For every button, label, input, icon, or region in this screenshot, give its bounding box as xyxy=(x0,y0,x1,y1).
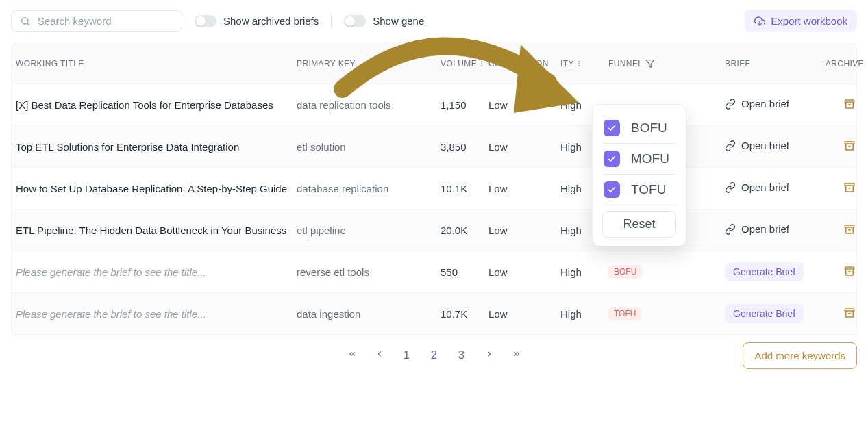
archive-button[interactable] xyxy=(843,101,856,112)
toggle-generated-label: Show gene xyxy=(373,15,424,27)
cell-competition: Low xyxy=(484,218,556,243)
add-keywords-button[interactable]: Add more keywords xyxy=(743,342,857,369)
cell-priority: High xyxy=(556,301,604,327)
cell-working-title: How to Set Up Database Replication: A St… xyxy=(12,176,293,201)
cell-funnel: BOFU xyxy=(604,258,721,285)
cell-volume: 10.1K xyxy=(436,176,484,201)
archive-button[interactable] xyxy=(843,226,856,238)
col-archive: ARCHIVE xyxy=(830,59,868,68)
table-row: How to Set Up Database Replication: A St… xyxy=(12,168,856,209)
col-volume-label: VOLUME xyxy=(441,59,477,68)
table-header: WORKING TITLE PRIMARY KEY VOLUME COMPETI… xyxy=(12,44,856,84)
chevrons-right-icon xyxy=(512,349,521,359)
cell-competition: Low xyxy=(484,176,556,201)
checkbox-tofu[interactable] xyxy=(604,181,620,198)
checkbox-bofu[interactable] xyxy=(604,120,620,136)
cell-primary-keyword: etl pipeline xyxy=(293,218,436,243)
export-workbook-button[interactable]: Export workbook xyxy=(745,10,857,32)
pagination-first[interactable] xyxy=(345,349,359,361)
archive-button[interactable] xyxy=(843,184,856,196)
toggle-generated-switch[interactable] xyxy=(344,15,366,27)
open-brief-label: Open brief xyxy=(741,140,789,151)
cell-working-title: ETL Pipeline: The Hidden Data Bottleneck… xyxy=(12,218,293,243)
table-row: [X] Best Data Replication Tools for Ente… xyxy=(12,84,856,126)
sort-icon xyxy=(481,61,482,66)
cell-brief: Generate Brief xyxy=(721,297,830,330)
open-brief-link[interactable]: Open brief xyxy=(725,140,789,151)
pagination-page-1[interactable]: 1 xyxy=(400,349,414,361)
funnel-option-tofu[interactable]: TOFU xyxy=(602,175,676,205)
col-volume[interactable]: VOLUME xyxy=(436,59,484,68)
svg-line-1 xyxy=(27,23,29,25)
chevron-right-icon xyxy=(484,349,494,359)
open-brief-link[interactable]: Open brief xyxy=(725,223,789,235)
link-icon xyxy=(725,182,736,193)
archive-button[interactable] xyxy=(843,142,856,154)
export-workbook-label: Export workbook xyxy=(771,15,847,27)
archive-icon xyxy=(843,140,856,152)
col-priority[interactable]: ITY xyxy=(556,59,604,68)
col-working-title[interactable]: WORKING TITLE xyxy=(12,59,293,68)
toggle-archived: Show archived briefs xyxy=(195,15,319,27)
cell-primary-keyword: reverse etl tools xyxy=(293,259,436,285)
cell-archive xyxy=(830,258,868,286)
funnel-option-label: MOFU xyxy=(631,151,669,166)
cell-brief: Open brief xyxy=(721,216,830,244)
archive-button[interactable] xyxy=(843,268,856,279)
pagination-next[interactable] xyxy=(482,349,496,361)
archive-button[interactable] xyxy=(843,309,856,321)
funnel-option-bofu[interactable]: BOFU xyxy=(602,113,676,144)
col-primary-keyword[interactable]: PRIMARY KEY xyxy=(293,59,436,68)
cloud-download-icon xyxy=(754,16,765,27)
generate-brief-button[interactable]: Generate Brief xyxy=(725,262,804,281)
cell-archive xyxy=(830,175,868,203)
sort-icon xyxy=(578,61,580,66)
search-input-wrap[interactable] xyxy=(11,10,182,32)
col-funnel[interactable]: FUNNEL xyxy=(604,59,721,68)
table-row: Please generate the brief to see the tit… xyxy=(12,251,856,293)
cell-competition: Low xyxy=(484,134,556,160)
pagination: 1 2 3 xyxy=(345,349,523,361)
table-row: Top ETL Solutions for Enterprise Data In… xyxy=(12,126,856,168)
cell-volume: 20.0K xyxy=(436,218,484,243)
pagination-last[interactable] xyxy=(510,349,523,361)
cell-primary-keyword: data replication tools xyxy=(293,92,436,118)
cell-working-title: [X] Best Data Replication Tools for Ente… xyxy=(12,92,293,118)
toggle-archived-switch[interactable] xyxy=(195,15,216,27)
cell-working-title: Top ETL Solutions for Enterprise Data In… xyxy=(12,134,293,160)
link-icon xyxy=(725,224,736,235)
pagination-prev[interactable] xyxy=(373,349,386,361)
generate-brief-button[interactable]: Generate Brief xyxy=(725,304,804,323)
checkbox-mofu[interactable] xyxy=(604,151,620,167)
open-brief-link[interactable]: Open brief xyxy=(725,181,789,193)
cell-archive xyxy=(830,133,868,161)
funnel-option-label: TOFU xyxy=(631,182,666,197)
filter-icon xyxy=(645,59,655,68)
cell-brief: Open brief xyxy=(721,133,830,160)
open-brief-link[interactable]: Open brief xyxy=(725,98,789,110)
cell-volume: 1,150 xyxy=(436,92,484,118)
check-icon xyxy=(607,154,617,164)
table-row: Please generate the brief to see the tit… xyxy=(12,293,856,335)
archive-icon xyxy=(843,98,856,110)
open-brief-label: Open brief xyxy=(741,181,789,193)
funnel-option-mofu[interactable]: MOFU xyxy=(602,144,676,175)
col-funnel-label: FUNNEL xyxy=(608,59,643,68)
cell-volume: 10.7K xyxy=(436,301,484,327)
pagination-page-3[interactable]: 3 xyxy=(455,349,469,361)
pagination-page-2[interactable]: 2 xyxy=(427,349,441,361)
cell-competition: Low xyxy=(484,301,556,327)
archive-icon xyxy=(843,265,856,277)
briefs-table: WORKING TITLE PRIMARY KEY VOLUME COMPETI… xyxy=(11,43,857,335)
search-input[interactable] xyxy=(38,15,173,27)
funnel-badge: TOFU xyxy=(608,307,641,320)
funnel-reset-button[interactable]: Reset xyxy=(602,211,676,238)
cell-volume: 550 xyxy=(436,259,484,285)
cell-primary-keyword: database replication xyxy=(293,176,436,201)
table-row: ETL Pipeline: The Hidden Data Bottleneck… xyxy=(12,209,856,251)
col-competition[interactable]: COMPETITION xyxy=(484,59,556,68)
cell-competition: Low xyxy=(484,92,556,118)
cell-priority: High xyxy=(556,259,604,285)
chevron-left-icon xyxy=(375,349,384,359)
cell-brief: Open brief xyxy=(721,175,830,202)
